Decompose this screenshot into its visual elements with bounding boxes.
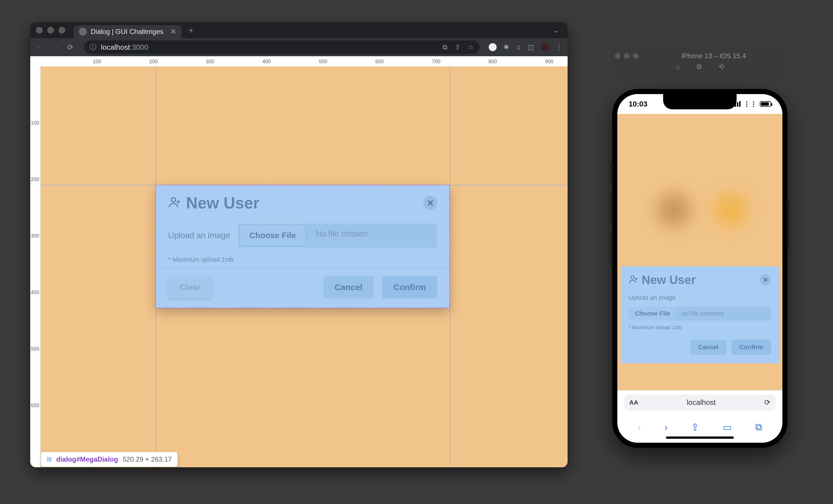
bookmark-star-icon[interactable]: ☆ bbox=[468, 43, 474, 51]
ios-simulator-window: iPhone 13 – iOS 15.4 ⌂ ⧉ ⟲ 10:03 ⋮⋮ bbox=[609, 48, 791, 448]
mobile-dialog-header: New User ✕ bbox=[628, 273, 771, 287]
ruler-tick: 600 bbox=[375, 59, 384, 65]
nav-forward-button[interactable]: → bbox=[51, 43, 60, 52]
safari-url-host: localhost bbox=[643, 398, 760, 407]
traffic-light-close[interactable] bbox=[615, 53, 620, 59]
safari-back-button[interactable]: ‹ bbox=[638, 422, 641, 433]
profile-avatar[interactable] bbox=[541, 43, 549, 51]
page-body: New User ✕ Upload an image Choose File N… bbox=[41, 67, 568, 467]
share-icon[interactable]: ⇪ bbox=[455, 43, 460, 51]
desktop-browser-window: Dialog | GUI Challenges ✕ ＋ ⌄ ← → ⟳ ⓘ lo… bbox=[30, 22, 568, 467]
tab-close-icon[interactable]: ✕ bbox=[170, 27, 176, 36]
dialog-title: New User bbox=[186, 194, 260, 212]
browser-tab[interactable]: Dialog | GUI Challenges ✕ bbox=[74, 25, 182, 38]
mobile-upload-label: Upload an image bbox=[628, 294, 771, 301]
traffic-light-zoom[interactable] bbox=[633, 53, 639, 59]
open-external-icon[interactable]: ⧉ bbox=[443, 43, 448, 51]
devtools-dimensions: 520.29 × 263.17 bbox=[123, 455, 172, 463]
ruler-tick: 200 bbox=[31, 177, 39, 182]
mobile-file-input[interactable]: Choose File no file selected bbox=[628, 306, 771, 321]
traffic-lights bbox=[36, 27, 65, 34]
ruler-tick: 300 bbox=[31, 233, 39, 239]
ruler-tick: 400 bbox=[31, 289, 39, 296]
wifi-icon: ⋮⋮ bbox=[743, 100, 757, 108]
sim-rotate-icon[interactable]: ⟲ bbox=[718, 63, 724, 71]
new-tab-button[interactable]: ＋ bbox=[187, 25, 195, 35]
nav-reload-button[interactable]: ⟳ bbox=[66, 43, 75, 52]
ruler-tick: 300 bbox=[206, 59, 214, 65]
address-bar[interactable]: ⓘ localhost:3000 ⧉ ⇪ ☆ bbox=[84, 41, 480, 54]
devtools-selector-id: #MegaDialog bbox=[76, 455, 118, 463]
extensions-icon[interactable]: ✱ bbox=[503, 43, 509, 51]
mobile-file-status-text: no file selected bbox=[676, 306, 729, 321]
mobile-dialog-footer: Cancel Confirm bbox=[628, 339, 771, 355]
mobile-upload-hint: * Maximum upload 1mb bbox=[628, 325, 771, 330]
panel-icon[interactable]: ◫ bbox=[528, 43, 534, 51]
ruler-tick: 500 bbox=[319, 59, 327, 65]
dialog-header: New User ✕ bbox=[156, 185, 450, 218]
safari-tabs-button[interactable]: ⧉ bbox=[755, 422, 762, 433]
safari-address-bar[interactable]: AA localhost ⟳ bbox=[617, 390, 782, 414]
confirm-button[interactable]: Confirm bbox=[382, 276, 437, 298]
upload-field-row: Upload an image Choose File No file chos… bbox=[168, 224, 437, 248]
ruler-tick: 700 bbox=[432, 59, 441, 65]
media-icon[interactable]: ♫ bbox=[516, 43, 521, 51]
browser-viewport: 100 200 300 400 500 600 700 800 900 100 … bbox=[30, 56, 568, 467]
clear-button[interactable]: Clear bbox=[168, 276, 212, 298]
upload-label: Upload an image bbox=[168, 231, 230, 240]
mega-dialog[interactable]: New User ✕ Upload an image Choose File N… bbox=[156, 185, 450, 308]
horizontal-ruler: 100 200 300 400 500 600 700 800 900 bbox=[41, 56, 568, 67]
file-input[interactable]: Choose File No file chosen bbox=[238, 224, 437, 248]
mobile-mega-dialog[interactable]: New User ✕ Upload an image Choose File n… bbox=[621, 267, 779, 363]
battery-icon bbox=[760, 101, 771, 107]
mobile-page-body: New User ✕ Upload an image Choose File n… bbox=[617, 114, 782, 390]
cancel-button[interactable]: Cancel bbox=[324, 276, 374, 298]
tab-title: Dialog | GUI Challenges bbox=[91, 28, 163, 35]
mobile-dialog-close-button[interactable]: ✕ bbox=[760, 274, 771, 286]
dialog-footer: Clear Cancel Confirm bbox=[156, 268, 450, 308]
traffic-light-minimize[interactable] bbox=[624, 53, 629, 59]
safari-reload-button[interactable]: ⟳ bbox=[764, 398, 770, 407]
sim-screenshot-icon[interactable]: ⧉ bbox=[697, 63, 701, 71]
traffic-light-zoom[interactable] bbox=[58, 27, 65, 34]
ruler-tick: 600 bbox=[31, 403, 39, 408]
sim-traffic-lights bbox=[615, 53, 639, 59]
nav-back-button[interactable]: ← bbox=[35, 43, 44, 52]
dialog-close-button[interactable]: ✕ bbox=[423, 196, 437, 210]
traffic-light-minimize[interactable] bbox=[47, 27, 54, 34]
ruler-tick: 100 bbox=[31, 120, 39, 126]
ruler-tick: 800 bbox=[489, 59, 497, 65]
add-user-icon bbox=[168, 196, 181, 210]
mobile-confirm-button[interactable]: Confirm bbox=[732, 339, 771, 355]
extension-icon[interactable] bbox=[489, 43, 497, 51]
mobile-choose-file-button[interactable]: Choose File bbox=[628, 306, 676, 321]
traffic-light-close[interactable] bbox=[36, 27, 43, 34]
devtools-grid-icon: ⊞ bbox=[47, 456, 52, 463]
simulator-title: iPhone 13 – iOS 15.4 bbox=[642, 52, 785, 60]
add-user-icon bbox=[628, 275, 638, 285]
vertical-ruler: 100 200 300 400 500 600 bbox=[30, 67, 41, 467]
ruler-tick: 100 bbox=[93, 59, 101, 65]
kebab-menu-icon[interactable]: ⋮ bbox=[556, 43, 563, 51]
guide-line-v bbox=[450, 67, 450, 467]
safari-forward-button[interactable]: › bbox=[665, 422, 668, 433]
url-port: :3000 bbox=[130, 43, 148, 51]
svg-point-1 bbox=[631, 276, 634, 279]
site-info-icon[interactable]: ⓘ bbox=[90, 43, 96, 52]
safari-reader-button[interactable]: AA bbox=[629, 399, 638, 406]
tab-overflow-button[interactable]: ⌄ bbox=[553, 26, 559, 34]
safari-share-button[interactable]: ⇪ bbox=[691, 422, 699, 433]
choose-file-button[interactable]: Choose File bbox=[239, 225, 306, 246]
simulator-titlebar: iPhone 13 – iOS 15.4 ⌂ ⧉ ⟲ bbox=[609, 48, 791, 79]
devtools-element-tooltip: ⊞ dialog#MegaDialog 520.29 × 263.17 bbox=[41, 452, 177, 467]
upload-hint: * Maximum upload 1mb bbox=[168, 256, 437, 263]
devtools-selector-tag: dialog bbox=[56, 455, 76, 463]
mobile-cancel-button[interactable]: Cancel bbox=[690, 339, 727, 355]
status-time: 10:03 bbox=[628, 100, 663, 108]
ruler-tick: 500 bbox=[31, 346, 39, 352]
ruler-tick: 400 bbox=[262, 59, 271, 65]
home-indicator[interactable] bbox=[666, 436, 734, 439]
iphone-frame: 10:03 ⋮⋮ New User ✕ bbox=[612, 89, 787, 448]
sim-home-icon[interactable]: ⌂ bbox=[675, 63, 680, 71]
safari-bookmarks-button[interactable]: ▭ bbox=[723, 422, 732, 433]
